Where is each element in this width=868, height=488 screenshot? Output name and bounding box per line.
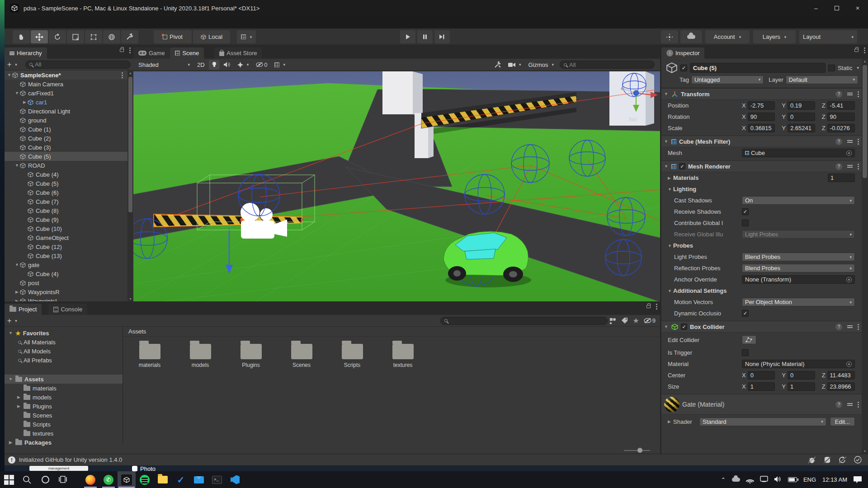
project-folder-item[interactable]: textures (5, 429, 123, 438)
gizmos-dropdown[interactable]: Gizmos▾ (525, 60, 557, 70)
create-asset-button[interactable]: + (7, 317, 11, 324)
tab-hierarchy[interactable]: Hierarchy (5, 47, 47, 59)
scene-camera-dropdown[interactable]: ▾ (505, 60, 524, 70)
foldout-arrow[interactable]: ▼ (14, 91, 20, 95)
shader-dropdown[interactable]: Standard▾ (699, 418, 826, 426)
hierarchy-item[interactable]: Cube (1) (5, 125, 127, 134)
task-view-button[interactable] (54, 471, 72, 488)
hierarchy-item[interactable]: ▶ car1 (5, 98, 127, 107)
scene-grid-dropdown[interactable]: ▾ (271, 60, 288, 70)
account-dropdown[interactable]: Account▾ (705, 30, 750, 43)
light-probes-dropdown[interactable]: Blend Probes▾ (742, 253, 855, 261)
hierarchy-item[interactable]: ▶ WaypointsL (5, 296, 127, 301)
favorites-item[interactable]: All Models (5, 347, 123, 356)
create-caret[interactable]: ▾ (15, 62, 17, 67)
asset-folder[interactable]: Plugins (236, 344, 266, 368)
tab-inspector[interactable]: iInspector (661, 47, 704, 59)
create-button[interactable]: + (7, 61, 11, 68)
hierarchy-item[interactable]: ground (5, 116, 127, 125)
hidden-packages-count[interactable]: 9 (644, 317, 656, 324)
layer-dropdown[interactable]: Default▾ (786, 75, 858, 84)
hierarchy-item[interactable]: ▼ ROAD (5, 161, 127, 170)
cache-server-status-icon[interactable] (823, 456, 831, 464)
foldout-arrow[interactable]: ▶ (14, 290, 20, 294)
project-folder-item[interactable]: ▶Plugins (5, 402, 123, 411)
project-folder-item[interactable]: Scenes (5, 411, 123, 420)
asset-folder[interactable]: Scenes (287, 344, 316, 368)
asset-folder[interactable]: materials (135, 344, 165, 368)
rotation-y-field[interactable]: 0 (788, 113, 815, 121)
content-breadcrumb[interactable]: Assets (123, 327, 660, 337)
step-button[interactable] (434, 30, 450, 43)
favorites-item[interactable]: All Materials (5, 338, 123, 347)
2d-toggle[interactable]: 2D (194, 60, 208, 70)
taskbar-spotify[interactable] (136, 471, 154, 488)
material-header[interactable]: Gate (Material) ? (661, 394, 862, 415)
scene-lighting-toggle[interactable] (209, 60, 220, 70)
panel-menu-icon[interactable] (129, 50, 131, 51)
rotation-z-field[interactable]: 90 (827, 113, 855, 121)
gameobject-name-field[interactable]: Cube (5) (690, 63, 826, 73)
hierarchy-item[interactable]: ▼ SampleScene* (5, 70, 127, 80)
scene-audio-toggle[interactable] (221, 60, 233, 70)
object-picker-icon[interactable] (846, 150, 852, 156)
hidden-objects-toggle[interactable]: 0 (253, 60, 270, 70)
custom-editor-tool[interactable] (121, 30, 138, 43)
hierarchy-item[interactable]: Cube (4) (5, 170, 127, 179)
rotation-x-field[interactable]: 90 (748, 113, 775, 121)
volume-icon[interactable] (774, 476, 782, 483)
scene-pillar[interactable] (382, 71, 423, 117)
size-x-field[interactable]: 1 (748, 382, 775, 391)
hierarchy-scrollbar[interactable]: ▲ ▼ (127, 70, 133, 301)
search-by-label-icon[interactable] (621, 318, 628, 324)
activity-indicator-button[interactable] (661, 30, 678, 43)
rotate-tool[interactable] (49, 30, 66, 43)
hierarchy-item[interactable]: Cube (2) (5, 134, 127, 143)
hierarchy-item[interactable]: Cube (5) (5, 152, 127, 161)
materials-count-field[interactable]: 1 (828, 174, 855, 182)
scene-options-icon[interactable] (122, 75, 123, 76)
hierarchy-item[interactable]: Main Camera (5, 80, 127, 89)
taskbar-vscode[interactable] (226, 471, 244, 488)
hierarchy-item[interactable]: Directional Light (5, 107, 127, 116)
dynamic-occlusion-checkbox[interactable]: ✓ (742, 310, 749, 317)
component-menu-icon[interactable] (858, 94, 859, 95)
taskbar-file-explorer[interactable] (154, 471, 172, 488)
scene-tools-button[interactable] (491, 60, 504, 70)
pause-button[interactable] (417, 30, 433, 43)
thumbnail-size-slider[interactable] (624, 450, 650, 451)
static-caret[interactable]: ▾ (857, 66, 859, 70)
layers-dropdown[interactable]: Layers▾ (753, 30, 796, 43)
scale-tool[interactable] (67, 30, 84, 43)
hierarchy-item[interactable]: ▶ WaypointsR (5, 287, 127, 296)
hierarchy-item[interactable]: ▼ carFixed1 (5, 89, 127, 98)
help-icon[interactable]: ? (835, 91, 842, 98)
minimize-button[interactable]: – (806, 0, 826, 16)
box-collider-header[interactable]: ▼ ✓ Box Collider ? (661, 321, 862, 333)
language-indicator[interactable]: ENG (803, 476, 816, 483)
physic-material-field[interactable]: None (Physic Material) (742, 360, 855, 368)
effects-dropdown[interactable]: ▾ (234, 60, 252, 70)
hierarchy-item[interactable]: Cube (13) (5, 251, 127, 260)
assets-root[interactable]: ▼Assets (5, 375, 123, 384)
mesh-renderer-header[interactable]: ▼ ✓ Mesh Renderer ? (661, 160, 862, 172)
mesh-object-field[interactable]: Cube (742, 149, 855, 157)
panel-menu-icon[interactable] (656, 306, 657, 307)
foldout-arrow[interactable]: ▼ (14, 163, 20, 168)
cortana-button[interactable] (36, 471, 54, 488)
tray-expand-icon[interactable]: ⌃ (721, 477, 726, 483)
scene-viewport[interactable]: Iso (133, 71, 660, 301)
debugger-status-icon[interactable] (808, 456, 816, 464)
onedrive-icon[interactable] (732, 478, 740, 482)
position-x-field[interactable]: -2.75 (748, 101, 775, 110)
preset-icon[interactable] (847, 93, 853, 94)
motion-vectors-dropdown[interactable]: Per Object Motion▾ (742, 298, 855, 306)
hierarchy-item[interactable]: GameObject (5, 233, 127, 242)
auto-refresh-status-icon[interactable] (839, 456, 847, 464)
tab-scene[interactable]: Scene (170, 47, 204, 59)
desktop-icon-label[interactable]: Photo (140, 465, 156, 471)
start-button[interactable] (0, 471, 18, 488)
search-by-type-icon[interactable] (609, 318, 617, 324)
desktop-photo-icon[interactable] (132, 466, 137, 471)
status-message[interactable]: Initialized GitHub for Unity version 1.4… (19, 456, 122, 463)
